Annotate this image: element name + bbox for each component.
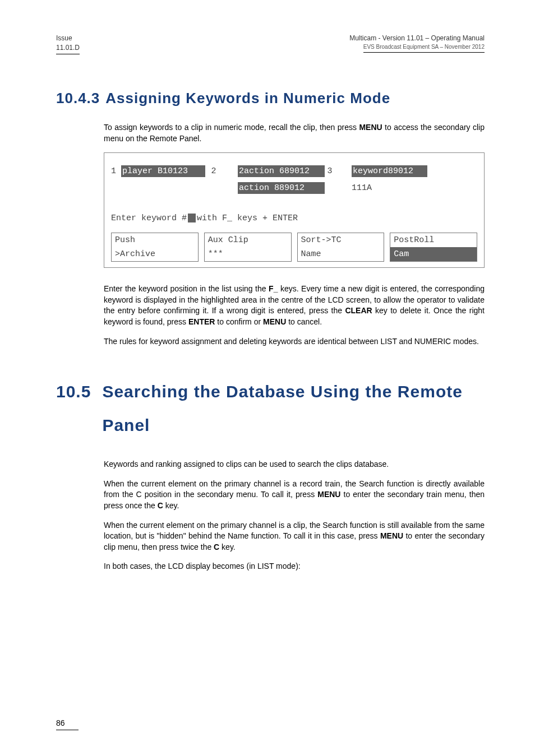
- header-doc-sub: EVS Broadcast Equipment SA – November 20…: [363, 43, 485, 53]
- section-heading-10-4-3: 10.4.3 Assigning Keywords in Numeric Mod…: [56, 88, 485, 108]
- header-doc-title: Multicam - Version 11.01 – Operating Man…: [349, 34, 485, 43]
- paragraph-intro: To assign keywords to a clip in numeric …: [104, 122, 485, 144]
- cursor-block-icon: [188, 214, 196, 222]
- heading-number: 10.5: [56, 375, 91, 409]
- page-number: 86: [56, 718, 79, 731]
- soft-button-4: PostRoll Cam: [390, 233, 477, 262]
- section-heading-10-5: 10.5 Searching the Database Using the Re…: [56, 375, 485, 442]
- heading-title: Searching the Database Using the Remote …: [102, 375, 485, 442]
- bold-clear: CLEAR: [345, 306, 372, 315]
- header-issue-version: 11.01.D: [56, 43, 80, 54]
- bold-menu: MENU: [380, 531, 403, 540]
- lcd-num-2: 2: [205, 165, 222, 177]
- bold-menu: MENU: [359, 123, 382, 132]
- heading-number: 10.4.3: [56, 88, 100, 108]
- soft-button-top: Push: [112, 233, 198, 247]
- soft-button-top: Sort->TC: [298, 233, 384, 247]
- lcd-seg-3: keyword89012: [352, 165, 427, 177]
- lcd-row-2: action 889012 111A: [111, 181, 477, 194]
- text: to cancel.: [286, 317, 322, 326]
- paragraph-search-intro: Keywords and ranking assigned to clips c…: [104, 459, 485, 470]
- lcd-mid: action 889012: [238, 182, 325, 194]
- paragraph-record-train: When the current element on the primary …: [104, 479, 485, 512]
- bold-f: F_: [269, 284, 278, 293]
- lcd-seg-1: player B10123: [121, 165, 205, 177]
- soft-button-bot: ***: [205, 247, 291, 261]
- soft-button-3: Sort->TC Name: [297, 233, 385, 262]
- prompt-pre: Enter keyword #: [111, 212, 187, 224]
- paragraph-rules: The rules for keyword assignment and del…: [104, 336, 485, 347]
- text: to confirm or: [215, 317, 263, 326]
- bold-c: C: [214, 542, 219, 551]
- bold-enter: ENTER: [188, 317, 215, 326]
- header-right: Multicam - Version 11.01 – Operating Man…: [349, 34, 485, 54]
- soft-button-bot: Cam: [390, 247, 477, 261]
- lcd-row-1: 1 player B10123 2 2action 689012 3 keywo…: [111, 164, 477, 178]
- prompt-post: with F_ keys + ENTER: [197, 212, 298, 224]
- paragraph-clip: When the current element on the primary …: [104, 520, 485, 553]
- text: Enter the keyword position in the list u…: [104, 284, 269, 293]
- lcd-display: 1 player B10123 2 2action 689012 3 keywo…: [104, 152, 485, 268]
- lcd-num-3: 3: [325, 165, 335, 177]
- header-issue-label: Issue: [56, 34, 80, 43]
- lcd-soft-buttons: Push >Archive Aux Clip *** Sort->TC Name…: [111, 233, 477, 262]
- paragraph-instructions: Enter the keyword position in the list u…: [104, 284, 485, 327]
- soft-button-top: PostRoll: [390, 233, 477, 247]
- soft-button-2: Aux Clip ***: [204, 233, 292, 262]
- bold-menu: MENU: [263, 317, 286, 326]
- page-header: Issue 11.01.D Multicam - Version 11.01 –…: [56, 34, 485, 54]
- lcd-seg-2: 2action 689012: [238, 165, 325, 177]
- header-left: Issue 11.01.D: [56, 34, 80, 54]
- lcd-right: 111A: [352, 182, 372, 194]
- lcd-prompt: Enter keyword # with F_ keys + ENTER: [111, 211, 477, 225]
- soft-button-1: Push >Archive: [111, 233, 199, 262]
- soft-button-bot: >Archive: [112, 247, 198, 261]
- bold-c: C: [158, 501, 163, 510]
- soft-button-bot: Name: [298, 247, 384, 261]
- text: key.: [219, 542, 236, 551]
- text: To assign keywords to a clip in numeric …: [104, 123, 359, 132]
- soft-button-top: Aux Clip: [205, 233, 291, 247]
- lcd-num-1: 1: [111, 165, 121, 177]
- paragraph-both-cases: In both cases, the LCD display becomes (…: [104, 561, 485, 572]
- bold-menu: MENU: [317, 490, 340, 499]
- heading-title: Assigning Keywords in Numeric Mode: [105, 88, 390, 108]
- text: key.: [163, 501, 179, 510]
